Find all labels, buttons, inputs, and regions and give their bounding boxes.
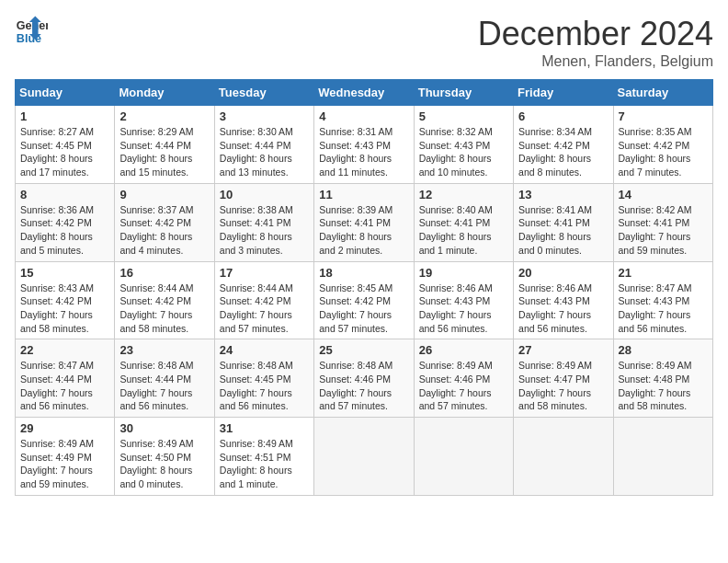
day-number: 21	[619, 266, 708, 280]
title-block: December 2024 Menen, Flanders, Belgium	[478, 15, 713, 70]
cell-content: Sunrise: 8:46 AMSunset: 4:43 PMDaylight:…	[518, 282, 608, 336]
day-number: 26	[419, 343, 508, 357]
cell-content: Sunrise: 8:39 AMSunset: 4:41 PMDaylight:…	[319, 203, 408, 258]
cell-content: Sunrise: 8:27 AMSunset: 4:45 PMDaylight:…	[20, 125, 109, 179]
calendar-cell: 7Sunrise: 8:35 AMSunset: 4:42 PMDaylight…	[613, 106, 712, 184]
calendar-table: SundayMondayTuesdayWednesdayThursdayFrid…	[15, 79, 713, 496]
cell-content: Sunrise: 8:42 AMSunset: 4:41 PMDaylight:…	[619, 203, 708, 258]
day-number: 27	[518, 343, 608, 357]
day-number: 15	[20, 266, 109, 280]
day-header-friday: Friday	[514, 80, 613, 106]
calendar-cell: 13Sunrise: 8:41 AMSunset: 4:41 PMDayligh…	[514, 183, 613, 261]
cell-content: Sunrise: 8:49 AMSunset: 4:46 PMDaylight:…	[419, 359, 508, 413]
cell-content: Sunrise: 8:46 AMSunset: 4:43 PMDaylight:…	[419, 282, 508, 336]
calendar-cell: 4Sunrise: 8:31 AMSunset: 4:43 PMDaylight…	[314, 106, 414, 184]
cell-content: Sunrise: 8:43 AMSunset: 4:42 PMDaylight:…	[20, 282, 109, 336]
day-number: 31	[220, 421, 309, 435]
cell-content: Sunrise: 8:30 AMSunset: 4:44 PMDaylight:…	[220, 125, 309, 179]
cell-content: Sunrise: 8:49 AMSunset: 4:48 PMDaylight:…	[619, 359, 708, 413]
day-number: 1	[20, 109, 109, 123]
calendar-cell: 19Sunrise: 8:46 AMSunset: 4:43 PMDayligh…	[414, 261, 513, 339]
day-header-monday: Monday	[115, 80, 214, 106]
calendar-cell: 29Sunrise: 8:49 AMSunset: 4:49 PMDayligh…	[16, 418, 115, 496]
calendar-cell	[314, 418, 414, 496]
week-row-1: 1Sunrise: 8:27 AMSunset: 4:45 PMDaylight…	[16, 106, 713, 184]
calendar-cell: 10Sunrise: 8:38 AMSunset: 4:41 PMDayligh…	[214, 183, 313, 261]
day-header-saturday: Saturday	[613, 80, 712, 106]
day-number: 3	[220, 109, 309, 123]
calendar-cell: 15Sunrise: 8:43 AMSunset: 4:42 PMDayligh…	[16, 261, 115, 339]
cell-content: Sunrise: 8:32 AMSunset: 4:43 PMDaylight:…	[419, 125, 508, 179]
calendar-cell: 24Sunrise: 8:48 AMSunset: 4:45 PMDayligh…	[214, 339, 313, 418]
calendar-cell: 6Sunrise: 8:34 AMSunset: 4:42 PMDaylight…	[514, 106, 613, 184]
cell-content: Sunrise: 8:48 AMSunset: 4:44 PMDaylight:…	[119, 359, 209, 413]
cell-content: Sunrise: 8:49 AMSunset: 4:47 PMDaylight:…	[518, 359, 608, 413]
day-header-tuesday: Tuesday	[214, 80, 313, 106]
calendar-cell: 22Sunrise: 8:47 AMSunset: 4:44 PMDayligh…	[16, 339, 115, 418]
calendar-cell: 14Sunrise: 8:42 AMSunset: 4:41 PMDayligh…	[613, 183, 712, 261]
day-number: 20	[518, 266, 608, 280]
calendar-cell: 28Sunrise: 8:49 AMSunset: 4:48 PMDayligh…	[613, 339, 712, 418]
calendar-cell: 17Sunrise: 8:44 AMSunset: 4:42 PMDayligh…	[214, 261, 313, 339]
day-number: 7	[619, 109, 708, 123]
calendar-cell: 12Sunrise: 8:40 AMSunset: 4:41 PMDayligh…	[414, 183, 513, 261]
logo-icon: General Blue	[15, 15, 48, 48]
cell-content: Sunrise: 8:40 AMSunset: 4:41 PMDaylight:…	[419, 203, 508, 258]
calendar-cell: 16Sunrise: 8:44 AMSunset: 4:42 PMDayligh…	[115, 261, 214, 339]
day-number: 11	[319, 188, 408, 201]
cell-content: Sunrise: 8:48 AMSunset: 4:46 PMDaylight:…	[319, 359, 408, 413]
cell-content: Sunrise: 8:47 AMSunset: 4:44 PMDaylight:…	[20, 359, 109, 413]
calendar-cell: 3Sunrise: 8:30 AMSunset: 4:44 PMDaylight…	[214, 106, 313, 184]
day-number: 2	[119, 109, 209, 123]
cell-content: Sunrise: 8:35 AMSunset: 4:42 PMDaylight:…	[619, 125, 708, 179]
header: General Blue December 2024 Menen, Flande…	[15, 15, 713, 70]
calendar-cell: 1Sunrise: 8:27 AMSunset: 4:45 PMDaylight…	[16, 106, 115, 184]
day-number: 16	[119, 266, 209, 280]
cell-content: Sunrise: 8:45 AMSunset: 4:42 PMDaylight:…	[319, 282, 408, 336]
week-row-5: 29Sunrise: 8:49 AMSunset: 4:49 PMDayligh…	[16, 418, 713, 496]
calendar-cell	[613, 418, 712, 496]
header-row: SundayMondayTuesdayWednesdayThursdayFrid…	[16, 80, 713, 106]
day-number: 5	[419, 109, 508, 123]
day-number: 22	[20, 343, 109, 357]
calendar-cell: 23Sunrise: 8:48 AMSunset: 4:44 PMDayligh…	[115, 339, 214, 418]
day-number: 9	[119, 188, 209, 201]
cell-content: Sunrise: 8:41 AMSunset: 4:41 PMDaylight:…	[518, 203, 608, 258]
cell-content: Sunrise: 8:48 AMSunset: 4:45 PMDaylight:…	[220, 359, 309, 413]
calendar-cell	[514, 418, 613, 496]
day-number: 12	[419, 188, 508, 201]
day-number: 4	[319, 109, 408, 123]
day-number: 18	[319, 266, 408, 280]
day-header-sunday: Sunday	[16, 80, 115, 106]
day-number: 14	[619, 188, 708, 201]
day-number: 17	[220, 266, 309, 280]
cell-content: Sunrise: 8:31 AMSunset: 4:43 PMDaylight:…	[319, 125, 408, 179]
day-number: 19	[419, 266, 508, 280]
day-number: 29	[20, 421, 109, 435]
cell-content: Sunrise: 8:44 AMSunset: 4:42 PMDaylight:…	[220, 282, 309, 336]
cell-content: Sunrise: 8:47 AMSunset: 4:43 PMDaylight:…	[619, 282, 708, 336]
calendar-cell: 2Sunrise: 8:29 AMSunset: 4:44 PMDaylight…	[115, 106, 214, 184]
calendar-cell: 27Sunrise: 8:49 AMSunset: 4:47 PMDayligh…	[514, 339, 613, 418]
month-title: December 2024	[478, 15, 713, 53]
cell-content: Sunrise: 8:49 AMSunset: 4:50 PMDaylight:…	[119, 437, 209, 491]
cell-content: Sunrise: 8:38 AMSunset: 4:41 PMDaylight:…	[220, 203, 309, 258]
day-number: 10	[220, 188, 309, 201]
calendar-cell	[414, 418, 513, 496]
calendar-cell: 31Sunrise: 8:49 AMSunset: 4:51 PMDayligh…	[214, 418, 313, 496]
day-number: 25	[319, 343, 408, 357]
week-row-3: 15Sunrise: 8:43 AMSunset: 4:42 PMDayligh…	[16, 261, 713, 339]
calendar-cell: 20Sunrise: 8:46 AMSunset: 4:43 PMDayligh…	[514, 261, 613, 339]
day-number: 13	[518, 188, 608, 201]
week-row-4: 22Sunrise: 8:47 AMSunset: 4:44 PMDayligh…	[16, 339, 713, 418]
day-number: 23	[119, 343, 209, 357]
cell-content: Sunrise: 8:36 AMSunset: 4:42 PMDaylight:…	[20, 203, 109, 258]
calendar-cell: 11Sunrise: 8:39 AMSunset: 4:41 PMDayligh…	[314, 183, 414, 261]
cell-content: Sunrise: 8:29 AMSunset: 4:44 PMDaylight:…	[119, 125, 209, 179]
calendar-cell: 18Sunrise: 8:45 AMSunset: 4:42 PMDayligh…	[314, 261, 414, 339]
cell-content: Sunrise: 8:44 AMSunset: 4:42 PMDaylight:…	[119, 282, 209, 336]
day-number: 8	[20, 188, 109, 201]
calendar-cell: 5Sunrise: 8:32 AMSunset: 4:43 PMDaylight…	[414, 106, 513, 184]
day-header-thursday: Thursday	[414, 80, 513, 106]
day-number: 30	[119, 421, 209, 435]
